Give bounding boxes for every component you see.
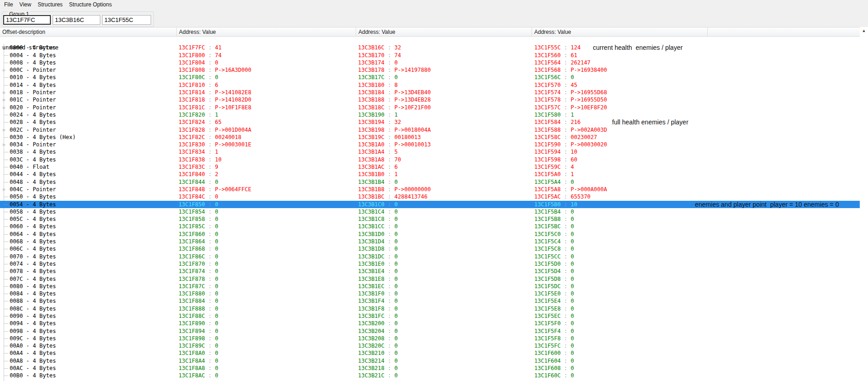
table-row[interactable]: 0070 - 4 Bytes13C1F86C : 013C3B1DC : 013… [0,253,860,260]
address-input-2[interactable] [53,15,100,25]
address-value-cell: 13C3B1CC : 0 [358,223,398,230]
table-row[interactable]: 005C - 4 Bytes13C1F858 : 013C3B1C8 : 013… [0,215,860,223]
table-row[interactable]: 0048 - 4 Bytes13C1F844 : 013C3B1B4 : 013… [0,178,860,186]
address-value-cell: 13C1F7FC : 41 [179,44,222,51]
table-row[interactable]: 0010 - 4 Bytes13C1F80C : 013C3B17C : 013… [0,74,860,81]
address-value-cell: 13C1F588 : P->002A003D [534,126,607,134]
offset-label: 00A8 - 4 Bytes [10,357,56,365]
table-row[interactable]: 0098 - 4 Bytes13C1F894 : 013C3B204 : 013… [0,327,860,335]
table-row[interactable]: 007C - 4 Bytes13C1F878 : 013C3B1E8 : 013… [0,275,860,283]
tree-expand-icon[interactable]: ▷ [1,66,7,74]
table-row[interactable]: 0004 - 4 Bytes13C1F800 : 7413C3B170 : 74… [0,52,860,59]
table-row[interactable]: ▷000C - Pointer13C1F808 : P->16A3D00013C… [0,66,860,74]
address-value-cell: 13C1F610 : 0 [534,380,574,381]
vertical-scrollbar[interactable]: ▲ [860,27,868,381]
table-row[interactable]: 0074 - 4 Bytes13C1F870 : 013C3B1E0 : 013… [0,260,860,268]
header-address-value-1[interactable]: Address: Value [177,27,356,36]
table-row[interactable]: 00A4 - 4 Bytes13C1F8A0 : 013C3B210 : 013… [0,349,860,357]
table-row[interactable]: 00AC - 4 Bytes13C1F8A8 : 013C3B218 : 013… [0,365,860,372]
offset-label: 0024 - 4 Bytes [10,111,56,118]
address-value-cell: 13C1F880 : 0 [179,290,218,297]
address-value-cell: 13C1F568 : P->16938400 [534,66,607,74]
table-row[interactable]: ▷004C - Pointer13C1F848 : P->0064FFCE13C… [0,186,860,193]
table-row[interactable]: 0008 - 4 Bytes13C1F804 : 013C3B174 : 013… [0,59,860,66]
header-address-value-2[interactable]: Address: Value [356,27,532,36]
address-value-cell: 13C1F824 : 65 [179,118,222,126]
tree-branch-line [4,137,8,138]
table-row[interactable]: 0054 - 4 Bytes13C1F850 : 013C3B1C0 : 013… [0,201,860,208]
menu-item-structures[interactable]: Structures [34,0,66,9]
address-value-cell: 13C1F608 : 0 [534,365,574,372]
table-row[interactable]: 0040 - Float13C1F83C : 913C3B1AC : 613C1… [0,163,860,171]
table-row[interactable]: 0028 - 4 Bytes13C1F824 : 6513C3B194 : 32… [0,118,860,126]
table-row[interactable]: 0014 - 4 Bytes13C1F810 : 613C3B180 : 813… [0,81,860,89]
address-value-cell: 13C3B1B0 : 1 [358,171,398,178]
table-row[interactable]: 0044 - 4 Bytes13C1F840 : 213C3B1B0 : 113… [0,171,860,178]
table-row[interactable]: 0050 - 4 Bytes13C1F84C : 013C3B1BC : 428… [0,193,860,200]
table-row[interactable]: 0068 - 4 Bytes13C1F864 : 013C3B1D4 : 013… [0,238,860,245]
table-row[interactable]: 0058 - 4 Bytes13C1F854 : 013C3B1C4 : 013… [0,208,860,215]
table-row[interactable]: 00A8 - 4 Bytes13C1F8A4 : 013C3B214 : 013… [0,357,860,365]
table-row[interactable]: ▷001C - Pointer13C1F818 : P->141082D013C… [0,96,860,103]
offset-label: 0094 - 4 Bytes [10,320,56,327]
table-row[interactable]: 0024 - 4 Bytes13C1F820 : 113C3B190 : 113… [0,111,860,118]
offset-label: 0028 - 4 Bytes [10,118,56,126]
tree-expand-icon[interactable]: ▷ [1,141,7,148]
table-row[interactable]: 006C - 4 Bytes13C1F868 : 013C3B1D8 : 013… [0,245,860,252]
address-value-cell: 13C1F804 : 0 [179,59,218,66]
offset-label: 0014 - 4 Bytes [10,81,56,89]
table-row[interactable]: 0094 - 4 Bytes13C1F890 : 013C3B200 : 013… [0,320,860,327]
address-value-cell: 13C1F560 : 61 [534,52,577,59]
offset-label: 0074 - 4 Bytes [10,260,56,268]
table-row[interactable]: 0030 - 4 Bytes (Hex)13C1F82C : 002400181… [0,134,860,141]
address-input-1[interactable] [3,15,51,25]
table-row[interactable]: 0078 - 4 Bytes13C1F874 : 013C3B1E4 : 013… [0,268,860,275]
offset-label: 005C - 4 Bytes [10,215,56,223]
offset-label: 001C - Pointer [10,96,56,103]
tree-branch-line [4,85,8,86]
table-row[interactable]: 0090 - 4 Bytes13C1F88C : 013C3B1FC : 013… [0,312,860,320]
table-row[interactable]: 0038 - 4 Bytes13C1F834 : 113C3B1A4 : 513… [0,148,860,156]
tree-branch-line [4,294,8,294]
address-value-cell: 13C3B208 : 0 [358,335,398,342]
address-value-cell: 13C1F570 : 45 [534,81,577,89]
scrollbar-up-arrow-icon[interactable]: ▲ [860,28,868,33]
table-row[interactable]: ▷0018 - Pointer13C1F814 : P->141082E813C… [0,89,860,96]
tree-expand-icon[interactable]: ▷ [1,186,7,193]
tree-branch-line [4,361,8,361]
table-row[interactable]: 0080 - 4 Bytes13C1F87C : 013C3B1EC : 013… [0,283,860,290]
table-row[interactable]: 0060 - 4 Bytes13C1F85C : 013C3B1CC : 013… [0,223,860,230]
tree-expand-icon[interactable]: ▷ [1,126,7,134]
tree-expand-icon[interactable]: ▷ [1,89,7,96]
table-row[interactable]: ▷002C - Pointer13C1F828 : P->001D004A13C… [0,126,860,134]
table-row[interactable]: 00B4 - 4 Bytes13C1F8B0 : 013C3B220 : 013… [0,380,860,381]
menu-item-file[interactable]: File [1,0,16,9]
tree-expand-icon[interactable]: ▷ [1,96,7,103]
offset-label: 0090 - 4 Bytes [10,312,56,320]
table-row[interactable]: 0084 - 4 Bytes13C1F880 : 013C3B1F0 : 013… [0,290,860,297]
tree-expand-icon[interactable]: ▷ [1,104,7,111]
table-row[interactable]: 0000 - 4 Bytes13C1F7FC : 4113C3B16C : 32… [0,44,860,51]
table-row[interactable]: 00B0 - 4 Bytes13C1F8AC : 013C3B21C : 013… [0,372,860,379]
table-row[interactable]: 003C - 4 Bytes13C1F838 : 1013C3B1A8 : 70… [0,156,860,163]
table-row[interactable]: 00A0 - 4 Bytes13C1F89C : 013C3B20C : 013… [0,342,860,349]
header-offset-description[interactable]: Offset-description [0,27,177,36]
address-value-cell: 13C1F88C : 0 [179,312,218,320]
table-row-root[interactable]: unnamed structure [0,37,860,44]
table-row[interactable]: ▷0034 - Pointer13C1F830 : P->0003001E13C… [0,141,860,148]
menu-item-view[interactable]: View [16,0,34,9]
table-row[interactable]: 0088 - 4 Bytes13C1F884 : 013C3B1F4 : 013… [0,297,860,305]
table-row[interactable]: ▷0020 - Pointer13C1F81C : P->10F1F8E813C… [0,104,860,111]
address-value-cell: 13C1F864 : 0 [179,238,218,245]
address-value-cell: 13C3B200 : 0 [358,320,398,327]
header-address-value-3[interactable]: Address: Value [532,27,708,36]
address-value-cell: 13C3B1C4 : 0 [358,208,398,215]
table-row[interactable]: 0064 - 4 Bytes13C1F860 : 013C3B1D0 : 013… [0,231,860,238]
tree-branch-line [4,182,8,182]
table-row[interactable]: 008C - 4 Bytes13C1F888 : 013C3B1F8 : 013… [0,305,860,312]
offset-label: 00A0 - 4 Bytes [10,342,56,349]
address-input-3[interactable] [102,15,151,25]
table-row[interactable]: 009C - 4 Bytes13C1F898 : 013C3B208 : 013… [0,335,860,342]
menu-item-structure-options[interactable]: Structure Options [66,0,115,9]
address-value-cell: 13C1F80C : 0 [179,74,218,81]
